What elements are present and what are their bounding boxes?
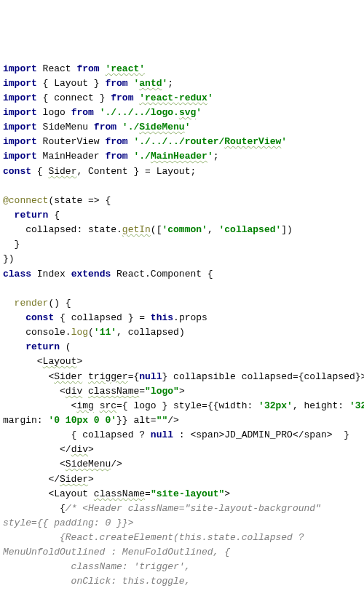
code-token: Sider	[48, 166, 76, 177]
code-line[interactable]: import RouterView from './../../router/R…	[3, 135, 364, 149]
code-token: 'common'	[162, 224, 207, 235]
code-token: />	[111, 459, 122, 469]
code-token: null	[139, 371, 162, 382]
code-line[interactable]: import { Layout } from 'antd';	[3, 76, 364, 91]
code-line[interactable]: console.log('11', collapsed)	[3, 325, 364, 340]
code-line[interactable]: { collapsed ? null : <span>JD_ADMIN_PRO<…	[3, 428, 364, 443]
code-token	[116, 122, 122, 132]
code-token: 'react-	[139, 92, 179, 103]
code-line[interactable]: <img src={ logo } style={{width: '32px',…	[3, 399, 364, 413]
code-token: {	[48, 210, 60, 221]
code-token: ([	[151, 224, 162, 235]
code-token: from	[76, 63, 99, 74]
code-token: '	[207, 151, 213, 162]
code-line[interactable]: margin: '0 10px 0 0'}} alt=""/>	[3, 413, 364, 428]
code-line[interactable]: })	[3, 252, 364, 266]
code-line[interactable]: render() {	[3, 296, 364, 311]
code-line[interactable]: </Sider>	[3, 472, 364, 487]
code-token: className	[88, 386, 139, 397]
code-token: collapsible	[173, 371, 236, 382]
code-line[interactable]: style={{ padding: 0 }}>	[3, 516, 364, 531]
code-token: SideMenu	[66, 459, 111, 469]
code-line[interactable]: collapsed: state.getIn(['common', 'colla…	[3, 223, 364, 237]
code-line[interactable]: <Layout className="site-layout">	[3, 487, 364, 501]
code-token: getIn	[122, 224, 151, 235]
code-line[interactable]: {React.createElement(this.state.collapse…	[3, 531, 364, 545]
code-line[interactable]: onClick: this.toggle,	[3, 574, 364, 589]
code-token: RouterView	[224, 136, 281, 147]
code-token: div	[66, 386, 82, 397]
code-token: redux	[179, 92, 207, 103]
code-token: ={ logo }	[116, 400, 173, 411]
code-token: {	[31, 166, 48, 177]
code-token: (state => {	[48, 195, 111, 206]
code-line[interactable]: const { Sider, Content } = Layout;	[3, 164, 364, 179]
code-token	[94, 400, 100, 411]
code-line[interactable]	[3, 179, 364, 194]
code-token: img	[76, 400, 93, 411]
code-line[interactable]: <Sider trigger={null} collapsible collap…	[3, 370, 364, 384]
code-line[interactable]: return (	[3, 340, 364, 354]
code-line[interactable]: const { collapsed } = this.props	[3, 311, 364, 325]
code-token: (	[88, 327, 94, 338]
code-line[interactable]: {/* <Header className="site-layout-backg…	[3, 501, 364, 516]
code-token: margin:	[3, 415, 48, 426]
code-token: { connect }	[37, 92, 111, 103]
code-token	[82, 371, 88, 382]
code-token: src	[100, 400, 116, 411]
code-line[interactable]: className: 'trigger',	[3, 560, 364, 574]
code-token: @connect	[3, 195, 48, 206]
code-token: =	[151, 415, 157, 426]
code-token: , Content } = Layout;	[76, 166, 196, 177]
code-line[interactable]: import React from 'react'	[3, 62, 364, 76]
code-token: className	[94, 488, 145, 499]
code-token: >JD_ADMIN_PRO</	[219, 429, 304, 440]
code-line[interactable]: MenuUnfoldOutlined : MenuFoldOutlined, {	[3, 545, 364, 560]
code-line[interactable]: </div>	[3, 443, 364, 457]
code-token: React.Component {	[111, 269, 213, 279]
code-token: onClick: this.toggle,	[3, 576, 190, 587]
code-token: >	[88, 444, 94, 455]
code-token: '	[185, 122, 191, 132]
code-token: import	[3, 122, 37, 132]
code-token	[3, 210, 15, 221]
code-line[interactable]: import MainHeader from './MainHeader';	[3, 149, 364, 164]
code-token: .props	[173, 312, 207, 323]
code-token: Index	[31, 269, 71, 279]
code-line[interactable]: import SideMenu from './SideMenu'	[3, 120, 364, 135]
code-token: >	[88, 474, 94, 485]
code-token: , collapsed)	[116, 327, 185, 338]
code-token: from	[105, 136, 127, 147]
code-token: extends	[71, 269, 111, 279]
code-token: MainHeader	[151, 151, 207, 162]
code-token: { collapsed } =	[54, 312, 151, 323]
code-line[interactable]: @connect(state => {	[3, 194, 364, 208]
code-line[interactable]: <div className="logo">	[3, 384, 364, 399]
code-token: "site-layout"	[151, 488, 224, 499]
code-token: Layout	[43, 356, 77, 367]
code-line[interactable]: return {	[3, 208, 364, 223]
code-token: (	[60, 341, 71, 352]
code-token: {	[3, 503, 66, 514]
code-token: React	[37, 63, 77, 74]
code-token: MenuUnfoldOutlined : MenuFoldOutlined, {	[3, 547, 230, 558]
code-line[interactable]: import logo from './../../logo.svg'	[3, 106, 364, 120]
code-line[interactable]: }	[3, 237, 364, 252]
code-token: import	[3, 78, 37, 89]
code-token: <	[3, 488, 54, 499]
code-line[interactable]: class Index extends React.Component {	[3, 267, 364, 282]
code-token: console.	[3, 327, 71, 338]
code-token: const	[25, 312, 54, 323]
code-line[interactable]: <SideMenu/>	[3, 457, 364, 472]
code-token: MainHeader	[37, 151, 106, 162]
code-token: div	[71, 444, 88, 455]
code-token: trigger	[88, 371, 128, 382]
code-token	[3, 341, 25, 352]
code-token: }	[162, 371, 173, 382]
code-editor-viewport[interactable]: import React from 'react'import { Layout…	[3, 62, 364, 591]
code-token: const	[3, 166, 31, 177]
code-line[interactable]: <Layout>	[3, 354, 364, 369]
code-line[interactable]: import { connect } from 'react-redux'	[3, 91, 364, 106]
code-line[interactable]	[3, 282, 364, 296]
code-token: ={{width:	[202, 400, 258, 411]
